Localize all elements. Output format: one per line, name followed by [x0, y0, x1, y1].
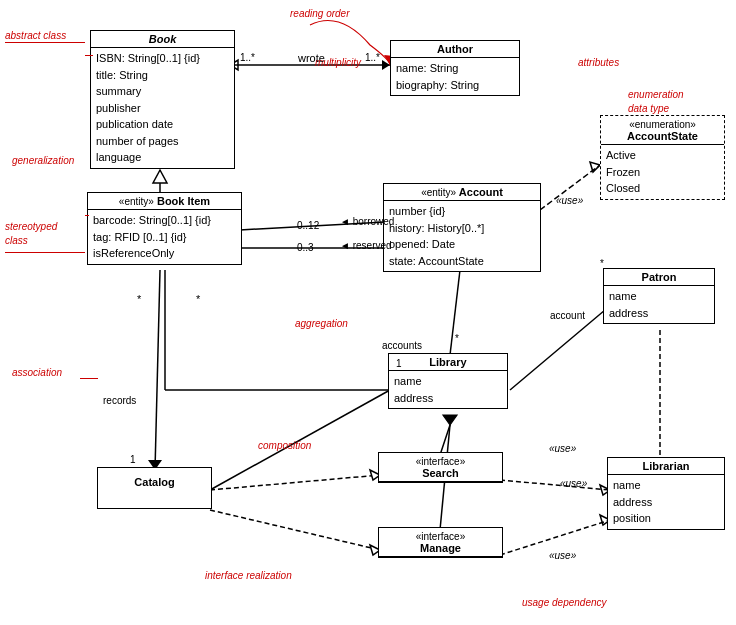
library-attributes: name address [389, 371, 507, 408]
label-interface-realization: interface realization [205, 570, 292, 581]
patron-class: Patron name address [603, 268, 715, 324]
book-item-title: «entity» Book Item [88, 193, 241, 210]
librarian-title: Librarian [608, 458, 724, 475]
manage-title: «interface» Manage [379, 528, 502, 557]
svg-line-23 [210, 510, 380, 550]
svg-line-21 [210, 475, 380, 490]
book-item-attributes: barcode: String[0..1] {id} tag: RFID [0.… [88, 210, 241, 264]
mult-1-catalog: 1 [130, 454, 136, 465]
author-title: Author [391, 41, 519, 58]
mult-0-12: 0..12 [297, 220, 319, 231]
svg-marker-19 [443, 415, 457, 425]
label-use-1: «use» [556, 195, 583, 206]
svg-marker-4 [153, 170, 167, 183]
search-title: «interface» Search [379, 453, 502, 482]
svg-line-18 [440, 425, 450, 455]
mult-star-accounts: * [455, 333, 459, 344]
svg-line-13 [510, 310, 605, 390]
author-class: Author name: String biography: String [390, 40, 520, 96]
book-title: Book [91, 31, 234, 48]
label-use-3: «use» [549, 550, 576, 561]
label-abstract-class: abstract class [5, 30, 66, 41]
svg-line-25 [500, 480, 610, 490]
librarian-class: Librarian name address position [607, 457, 725, 530]
svg-line-14 [155, 270, 160, 470]
svg-marker-8 [590, 162, 600, 172]
label-attributes: attributes [578, 57, 619, 68]
mult-star-2: * [196, 293, 200, 305]
account-state-attributes: Active Frozen Closed [601, 145, 724, 199]
mult-1star-right: 1..* [365, 52, 380, 63]
search-class: «interface» Search [378, 452, 503, 483]
mult-star-1: * [137, 293, 141, 305]
label-reserved: ◄ reserved [340, 240, 392, 251]
mult-0-3: 0..3 [297, 242, 314, 253]
svg-marker-1 [382, 60, 390, 70]
label-use-2: «use» [549, 443, 576, 454]
catalog-title: Catalog [98, 468, 211, 496]
label-stereotyped-class: stereotypedclass [5, 220, 57, 248]
manage-class: «interface» Manage [378, 527, 503, 558]
label-borrowed: ◄ borrowed [340, 216, 394, 227]
account-title: «entity» Account [384, 184, 540, 201]
label-use-patron: «use» [560, 478, 587, 489]
book-item-class: «entity» Book Item barcode: String[0..1]… [87, 192, 242, 265]
account-state-title: «enumeration» AccountState [601, 116, 724, 145]
mult-star-patron: * [600, 258, 604, 269]
diagram-container: Book ISBN: String[0..1] {id} title: Stri… [0, 0, 736, 625]
label-account: account [550, 310, 585, 321]
mult-accounts: accounts [382, 340, 422, 351]
label-generalization: generalization [12, 155, 74, 166]
account-class: «entity» Account number {id} history: Hi… [383, 183, 541, 272]
librarian-attributes: name address position [608, 475, 724, 529]
catalog-class: Catalog [97, 467, 212, 509]
label-composition: composition [258, 440, 311, 451]
account-attributes: number {id} history: History[0..*] opene… [384, 201, 540, 271]
label-wrote: wrote [298, 52, 325, 64]
library-title: Library [389, 354, 507, 371]
label-association: association [12, 367, 62, 378]
author-attributes: name: String biography: String [391, 58, 519, 95]
label-reading-order: reading order [290, 8, 349, 19]
book-class: Book ISBN: String[0..1] {id} title: Stri… [90, 30, 235, 169]
label-enumeration-data-type: enumerationdata type [628, 88, 684, 116]
label-records: records [103, 395, 136, 406]
mult-1-library: 1 [396, 358, 402, 369]
mult-1star-left: 1..* [240, 52, 255, 63]
patron-title: Patron [604, 269, 714, 286]
account-state-class: «enumeration» AccountState Active Frozen… [600, 115, 725, 200]
patron-attributes: name address [604, 286, 714, 323]
library-class: Library name address [388, 353, 508, 409]
label-usage-dependency: usage dependency [522, 597, 607, 608]
book-attributes: ISBN: String[0..1] {id} title: String su… [91, 48, 234, 168]
label-aggregation: aggregation [295, 318, 348, 329]
